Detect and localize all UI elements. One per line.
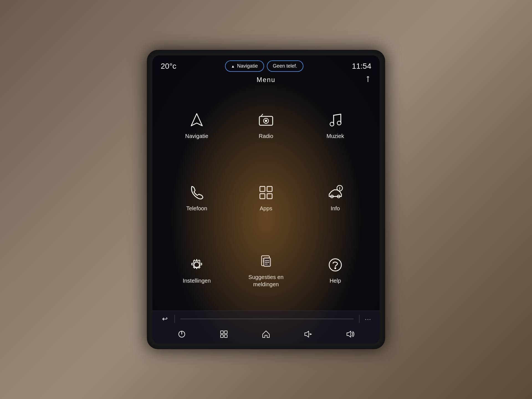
phone-icon [188, 184, 206, 201]
screen-outer: 20°c ▲ Navigatie Geen telef. 11:54 Menu [147, 50, 385, 349]
suggesties-label: Suggesties en meldingen [249, 273, 284, 288]
muziek-label: Muziek [326, 132, 344, 140]
menu-title-row: Menu [152, 75, 380, 85]
divider2 [359, 315, 359, 323]
svg-rect-17 [267, 194, 272, 199]
car-surround: 20°c ▲ Navigatie Geen telef. 11:54 Menu [0, 0, 532, 399]
phone-button[interactable]: Geen telef. [267, 60, 303, 72]
menu-item-telefoon[interactable]: Telefoon [163, 163, 230, 232]
signal-icon [365, 76, 371, 84]
navigation-icon [188, 111, 206, 129]
help-label: Help [329, 277, 341, 284]
suggestions-icon [257, 252, 275, 270]
status-bar: 20°c ▲ Navigatie Geen telef. 11:54 [152, 55, 380, 75]
menu-item-instellingen[interactable]: Instellingen [163, 236, 230, 305]
menu-item-muziek[interactable]: Muziek [302, 91, 369, 160]
bottom-bar-top: ↩ ··· [152, 311, 380, 327]
bottom-bar-bottom [152, 327, 380, 344]
clock-display: 11:54 [352, 62, 371, 71]
svg-rect-36 [221, 331, 223, 334]
svg-line-42 [310, 334, 311, 335]
svg-rect-15 [267, 186, 272, 191]
telefoon-label: Telefoon [186, 205, 207, 212]
svg-line-9 [334, 114, 341, 115]
power-button[interactable] [177, 330, 186, 339]
svg-marker-43 [347, 331, 351, 337]
music-icon [326, 111, 344, 129]
menu-title: Menu [257, 76, 275, 84]
svg-rect-38 [221, 335, 223, 337]
more-button[interactable]: ··· [365, 316, 371, 322]
svg-rect-39 [224, 335, 227, 337]
svg-marker-40 [305, 331, 309, 337]
svg-point-33 [335, 268, 336, 269]
nav-buttons: ▲ Navigatie Geen telef. [225, 60, 303, 72]
home-grid-button[interactable] [219, 330, 228, 339]
bottom-nav: ↩ ··· [152, 311, 380, 344]
settings-icon [188, 256, 206, 274]
radio-icon [257, 111, 275, 129]
navigatie-label: Navigatie [185, 132, 208, 140]
svg-rect-37 [224, 331, 227, 334]
volume-down-button[interactable] [304, 330, 313, 339]
svg-marker-4 [191, 114, 202, 126]
menu-item-help[interactable]: Help [302, 236, 369, 305]
svg-point-12 [330, 122, 334, 126]
info-icon [326, 184, 344, 201]
nav-arrow-icon: ▲ [231, 64, 235, 68]
back-button[interactable]: ↩ [161, 314, 169, 324]
svg-point-7 [265, 120, 267, 122]
home-button[interactable] [262, 330, 270, 339]
menu-item-info[interactable]: Info [302, 163, 369, 232]
instellingen-label: Instellingen [183, 277, 211, 284]
svg-rect-16 [260, 194, 265, 199]
help-icon [326, 256, 344, 274]
menu-grid: Navigatie Radio [152, 85, 380, 311]
divider [175, 315, 175, 323]
screen: 20°c ▲ Navigatie Geen telef. 11:54 Menu [152, 55, 380, 344]
apps-icon [257, 184, 275, 201]
menu-item-suggesties[interactable]: Suggesties en meldingen [233, 236, 299, 305]
apps-label: Apps [260, 205, 272, 212]
menu-item-radio[interactable]: Radio [233, 91, 299, 160]
svg-point-32 [329, 259, 341, 271]
svg-rect-14 [260, 186, 265, 191]
temperature-display: 20°c [161, 62, 176, 71]
svg-point-23 [194, 262, 200, 268]
radio-label: Radio [259, 132, 273, 140]
progress-bar [180, 319, 354, 319]
info-label: Info [331, 205, 340, 212]
navigation-button[interactable]: ▲ Navigatie [225, 60, 264, 72]
menu-item-apps[interactable]: Apps [233, 163, 299, 232]
svg-point-13 [337, 121, 341, 125]
volume-up-button[interactable] [346, 330, 355, 339]
menu-item-navigatie[interactable]: Navigatie [163, 91, 230, 160]
